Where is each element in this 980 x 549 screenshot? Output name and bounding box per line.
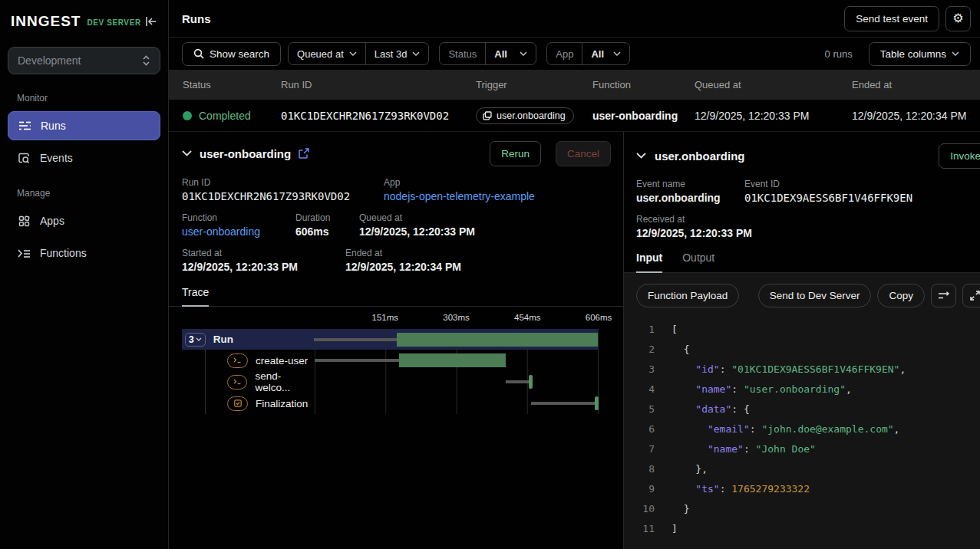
external-link-icon[interactable] xyxy=(299,148,309,159)
sidebar-item-apps[interactable]: Apps xyxy=(8,206,160,235)
app-filter-label: App xyxy=(547,43,582,64)
function-link[interactable]: user-onboarding xyxy=(182,225,295,238)
trace-row-send-welco-[interactable]: send-welco... xyxy=(183,371,599,393)
column-header-run-id[interactable]: Run ID xyxy=(281,79,476,90)
axis-tick: 303ms xyxy=(443,313,470,322)
column-header-trigger[interactable]: Trigger xyxy=(476,79,592,90)
started-at-field: Started at 12/9/2025, 12:20:33 PM xyxy=(182,248,345,273)
payload-section: Function Payload Send to Dev Server Copy xyxy=(624,273,980,549)
execution-span-bar[interactable] xyxy=(529,375,533,389)
axis-tick: 606ms xyxy=(586,313,612,322)
column-header-queued-at[interactable]: Queued at xyxy=(695,79,852,90)
inngest-logo: INNGEST xyxy=(11,13,81,30)
trace-row-create-user[interactable]: create-user xyxy=(183,350,599,371)
sidebar-item-label: Events xyxy=(40,152,73,164)
details-area: user-onboarding Rerun Cancel Run ID 0 xyxy=(169,132,980,549)
send-to-dev-server-button[interactable]: Send to Dev Server xyxy=(758,284,872,307)
event-details-panel: user.onboarding Invoke Event name user.o… xyxy=(624,132,980,549)
app-link[interactable]: nodejs-open-telemetry-example xyxy=(384,190,535,202)
collapse-event-chevron-icon[interactable] xyxy=(636,153,646,159)
chevron-down-icon xyxy=(613,51,621,56)
tab-input[interactable]: Input xyxy=(636,251,662,273)
column-header-function[interactable]: Function xyxy=(592,79,695,90)
line-number: 6 xyxy=(624,419,655,439)
column-header-ended-at[interactable]: Ended at xyxy=(852,79,980,90)
chevron-down-icon xyxy=(952,51,959,56)
function-payload-button[interactable]: Function Payload xyxy=(636,284,739,307)
apps-icon xyxy=(17,215,31,227)
queued-at-field: Queued at 12/9/2025, 12:20:33 PM xyxy=(359,212,475,238)
event-meta-row-1: Event name user.onboarding Event ID 01KC… xyxy=(624,179,980,204)
tab-trace[interactable]: Trace xyxy=(182,286,209,307)
wrap-text-button[interactable] xyxy=(931,284,956,307)
execution-span-bar[interactable] xyxy=(595,396,599,410)
settings-button[interactable]: ⚙ xyxy=(945,6,971,31)
copy-button[interactable]: Copy xyxy=(877,284,925,307)
execution-span-bar[interactable] xyxy=(399,353,506,367)
step-run-icon xyxy=(227,353,248,368)
execution-span-bar[interactable] xyxy=(397,333,598,347)
trigger-event-badge[interactable]: user.onboarding xyxy=(476,107,574,124)
run-id-cell: 01KC1DEXCHR2N617Z93RK0VD02 xyxy=(281,110,476,122)
send-test-event-button[interactable]: Send test event xyxy=(844,6,939,31)
trace-tabs: Trace xyxy=(169,285,623,307)
code-text: } xyxy=(671,499,689,519)
code-text: { xyxy=(671,340,689,360)
time-range-dropdown[interactable]: Last 3d xyxy=(365,43,429,64)
environment-select[interactable]: Development xyxy=(8,47,160,74)
collapse-run-chevron-icon[interactable] xyxy=(182,150,192,156)
sidebar-item-functions[interactable]: Functions xyxy=(8,238,160,268)
code-line: 7 "name": "John Doe" xyxy=(624,439,980,459)
run-details-panel: user-onboarding Rerun Cancel Run ID 0 xyxy=(169,132,624,549)
app-filter-dropdown[interactable]: All xyxy=(582,43,629,64)
trace-row-finalization[interactable]: Finalization xyxy=(183,393,599,414)
table-columns-dropdown[interactable]: Table columns xyxy=(869,42,971,66)
runs-table-header: Status Run ID Trigger Function Queued at… xyxy=(169,70,980,100)
status-filter-dropdown[interactable]: All xyxy=(485,43,536,64)
trace-row-timeline xyxy=(315,350,599,371)
inngest-dev-server-app: INNGEST DEV SERVER Development Monitor xyxy=(0,0,980,549)
status-completed-icon xyxy=(183,111,192,120)
collapse-sidebar-icon[interactable] xyxy=(145,16,157,27)
top-bar: Runs Send test event ⚙ xyxy=(169,0,980,38)
event-title: user.onboarding xyxy=(655,150,745,163)
run-meta-row-3: Started at 12/9/2025, 12:20:33 PM Ended … xyxy=(182,248,623,273)
code-text: ] xyxy=(671,519,678,539)
table-row[interactable]: Completed 01KC1DEXCHR2N617Z93RK0VD02 use… xyxy=(169,100,980,132)
queue-wait-line xyxy=(315,359,399,362)
expand-button[interactable] xyxy=(962,284,980,307)
step-run-icon xyxy=(227,375,247,390)
status-filter-label: Status xyxy=(440,43,485,64)
trace-time-axis: 151ms 303ms 454ms 606ms xyxy=(314,313,599,325)
axis-tick: 454ms xyxy=(514,313,541,322)
function-cell: user-onboarding xyxy=(592,110,695,122)
select-updown-icon xyxy=(142,55,150,66)
trace-row-label: send-welco... xyxy=(183,371,315,393)
chevron-down-icon xyxy=(412,51,420,56)
show-search-button[interactable]: Show search xyxy=(182,42,281,66)
line-number: 8 xyxy=(624,459,655,479)
code-line: 1[ xyxy=(624,320,980,340)
trace-row-timeline xyxy=(314,329,599,350)
payload-toolbar: Function Payload Send to Dev Server Copy xyxy=(624,273,980,315)
tab-output[interactable]: Output xyxy=(682,251,714,272)
column-header-status[interactable]: Status xyxy=(183,79,281,90)
run-status-cell: Completed xyxy=(183,110,281,122)
function-field: Function user-onboarding xyxy=(182,212,295,238)
app-field: App nodejs-open-telemetry-example xyxy=(384,177,535,202)
sidebar-item-events[interactable]: Events xyxy=(8,143,160,173)
runs-icon xyxy=(18,120,31,131)
payload-code-editor[interactable]: 1[2 {3 "id": "01KC1DEX9AESS6BF1V46FFK9EN… xyxy=(624,315,980,549)
monitor-section-label: Monitor xyxy=(17,93,168,104)
children-count-badge[interactable]: 3 xyxy=(185,333,206,347)
sidebar-item-runs[interactable]: Runs xyxy=(8,111,160,140)
rerun-button[interactable]: Rerun xyxy=(490,141,541,166)
queue-wait-line xyxy=(531,402,595,405)
trace-row-run[interactable]: 3Run xyxy=(182,329,599,350)
trace-child-rows: create-usersend-welco...Finalization xyxy=(205,350,599,414)
trace-row-label: 3Run xyxy=(182,329,314,350)
invoke-button[interactable]: Invoke xyxy=(939,143,980,169)
cancel-button[interactable]: Cancel xyxy=(556,141,611,166)
status-filter-group: Status All xyxy=(439,42,536,65)
queued-at-dropdown[interactable]: Queued at xyxy=(289,43,365,64)
